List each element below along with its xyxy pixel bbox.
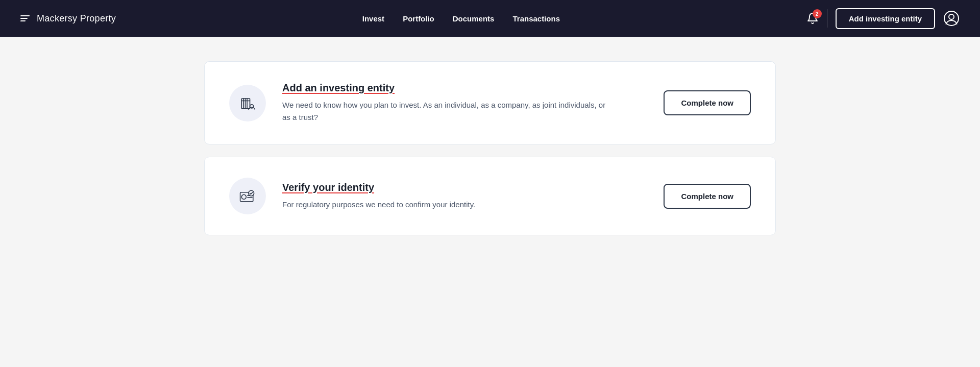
investing-entity-complete-button[interactable]: Complete now: [664, 90, 751, 115]
svg-rect-2: [241, 99, 250, 109]
add-investing-entity-button[interactable]: Add investing entity: [836, 8, 935, 29]
investing-entity-content: Add an investing entity We need to know …: [282, 82, 647, 124]
svg-point-9: [241, 194, 246, 199]
nav-portfolio[interactable]: Portfolio: [403, 14, 434, 23]
logo-icon: [20, 15, 30, 21]
nav-transactions[interactable]: Transactions: [512, 14, 560, 23]
header-divider: [827, 9, 827, 28]
verify-identity-title: Verify your identity: [282, 182, 647, 193]
verify-identity-content: Verify your identity For regulatory purp…: [282, 182, 647, 211]
main-content: Add an investing entity We need to know …: [184, 37, 796, 260]
user-profile-button[interactable]: [943, 10, 960, 27]
user-avatar-icon: [943, 10, 960, 27]
nav-documents[interactable]: Documents: [453, 14, 495, 23]
logo: Mackersy Property: [20, 13, 116, 24]
header: Mackersy Property Invest Portfolio Docum…: [0, 0, 980, 37]
notification-button[interactable]: 2: [806, 12, 819, 25]
header-actions: 2 Add investing entity: [806, 8, 960, 29]
svg-point-1: [949, 14, 954, 19]
logo-text: Mackersy Property: [37, 13, 116, 24]
verify-identity-description: For regulatory purposes we need to confi…: [282, 199, 609, 211]
verify-identity-card: Verify your identity For regulatory purp…: [204, 157, 776, 235]
notification-badge: 2: [813, 9, 822, 18]
investing-entity-title: Add an investing entity: [282, 82, 647, 94]
verify-identity-complete-button[interactable]: Complete now: [664, 184, 751, 209]
id-verify-icon: [238, 187, 257, 205]
nav-invest[interactable]: Invest: [362, 14, 384, 23]
building-user-icon: [238, 94, 257, 112]
investing-entity-card: Add an investing entity We need to know …: [204, 61, 776, 144]
investing-entity-description: We need to know how you plan to invest. …: [282, 99, 609, 124]
investing-entity-icon-circle: [229, 85, 266, 121]
verify-identity-icon-circle: [229, 178, 266, 214]
main-nav: Invest Portfolio Documents Transactions: [362, 14, 560, 23]
